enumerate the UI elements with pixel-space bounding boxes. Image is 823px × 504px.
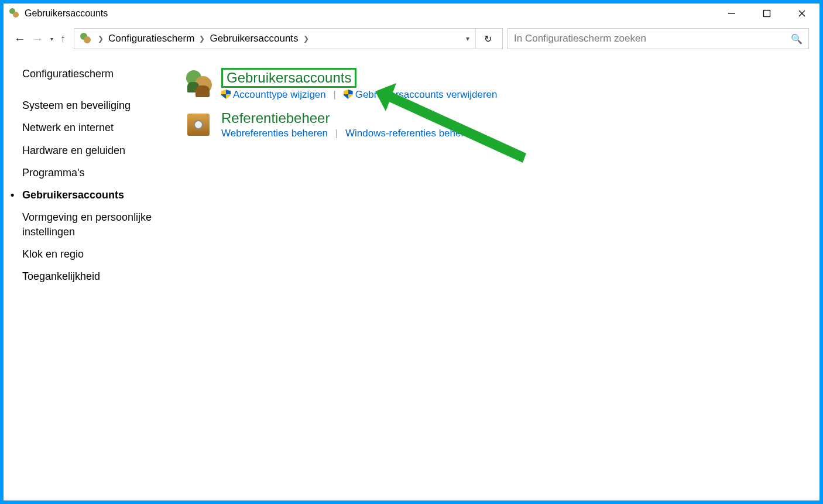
section-title-credential-manager[interactable]: Referentiebeheer (221, 110, 475, 126)
chevron-right-icon: ❯ (301, 35, 311, 43)
sidebar-item-hardware[interactable]: Hardware en geluiden (20, 139, 173, 162)
sidebar-home-link[interactable]: Configuratiescherm (20, 68, 173, 80)
window-controls (714, 4, 819, 23)
chevron-right-icon: ❯ (95, 35, 106, 43)
credential-manager-icon (184, 110, 215, 142)
search-input[interactable]: In Configuratiescherm zoeken 🔍 (507, 28, 809, 49)
location-icon (80, 33, 92, 44)
close-button[interactable] (784, 4, 819, 23)
back-button[interactable]: ← (14, 32, 26, 46)
search-icon: 🔍 (791, 33, 803, 44)
section-user-accounts: Gebruikersaccounts Accounttype wijzigen … (184, 68, 803, 101)
sidebar-item-clock[interactable]: Klok en regio (20, 243, 173, 265)
svg-rect-1 (764, 11, 770, 17)
separator: | (335, 128, 338, 139)
sidebar-item-label: Systeem en beveiliging (22, 100, 131, 111)
sidebar-item-label: Vormgeving en persoonlijke instellingen (22, 211, 152, 237)
chevron-right-icon: ❯ (197, 35, 207, 43)
nav-arrows: ← → ▾ ↑ (14, 32, 69, 46)
sidebar-item-label: Netwerk en internet (22, 122, 114, 133)
window-title: Gebruikersaccounts (25, 8, 108, 19)
maximize-button[interactable] (749, 4, 784, 23)
app-icon (9, 8, 20, 19)
sidebar-item-accounts[interactable]: Gebruikersaccounts (20, 184, 173, 206)
sidebar-item-system[interactable]: Systeem en beveiliging (20, 94, 173, 116)
minimize-button[interactable] (714, 4, 749, 23)
up-button[interactable]: ↑ (60, 33, 66, 45)
sidebar-item-label: Toegankelijkheid (22, 270, 100, 282)
sidebar-list: Systeem en beveiliging Netwerk en intern… (20, 94, 173, 288)
link-windows-credentials[interactable]: Windows-referenties beheren (345, 128, 475, 139)
sidebar-item-label: Klok en regio (22, 248, 84, 260)
forward-button[interactable]: → (32, 32, 43, 46)
sidebar-item-programs[interactable]: Programma's (20, 162, 173, 184)
breadcrumb-current[interactable]: Gebruikersaccounts (207, 33, 300, 44)
search-placeholder: In Configuratiescherm zoeken (514, 33, 646, 44)
separator: | (334, 89, 336, 100)
sidebar-item-network[interactable]: Netwerk en internet (20, 116, 173, 139)
titlebar: Gebruikersaccounts (4, 4, 819, 23)
link-change-account-type[interactable]: Accounttype wijzigen (233, 89, 326, 100)
sidebar-item-label: Gebruikersaccounts (22, 189, 124, 201)
breadcrumb-root[interactable]: Configuratiescherm (106, 33, 197, 44)
sidebar-item-accessibility[interactable]: Toegankelijkheid (20, 265, 173, 287)
address-dropdown[interactable]: ▾ (460, 29, 476, 49)
sidebar-item-label: Programma's (22, 167, 84, 179)
user-accounts-icon (184, 68, 215, 100)
sidebar-item-label: Hardware en geluiden (22, 145, 125, 156)
section-credential-manager: Referentiebeheer Webreferenties beheren … (184, 110, 803, 142)
link-web-credentials[interactable]: Webreferenties beheren (221, 128, 328, 139)
navigation-bar: ← → ▾ ↑ ❯ Configuratiescherm ❯ Gebruiker… (4, 23, 819, 57)
history-dropdown[interactable]: ▾ (50, 36, 53, 42)
section-title-user-accounts[interactable]: Gebruikersaccounts (221, 68, 356, 88)
sidebar: Configuratiescherm Systeem en beveiligin… (20, 68, 184, 288)
content-area: Configuratiescherm Systeem en beveiligin… (4, 57, 819, 299)
address-bar[interactable]: ❯ Configuratiescherm ❯ Gebruikersaccount… (74, 28, 503, 49)
sidebar-item-appearance[interactable]: Vormgeving en persoonlijke instellingen (20, 206, 173, 243)
main-panel: Gebruikersaccounts Accounttype wijzigen … (184, 68, 803, 288)
link-remove-user-accounts[interactable]: Gebruikersaccounts verwijderen (355, 89, 498, 100)
uac-shield-icon (221, 90, 231, 99)
uac-shield-icon (344, 90, 353, 99)
refresh-button[interactable]: ↻ (476, 29, 500, 49)
